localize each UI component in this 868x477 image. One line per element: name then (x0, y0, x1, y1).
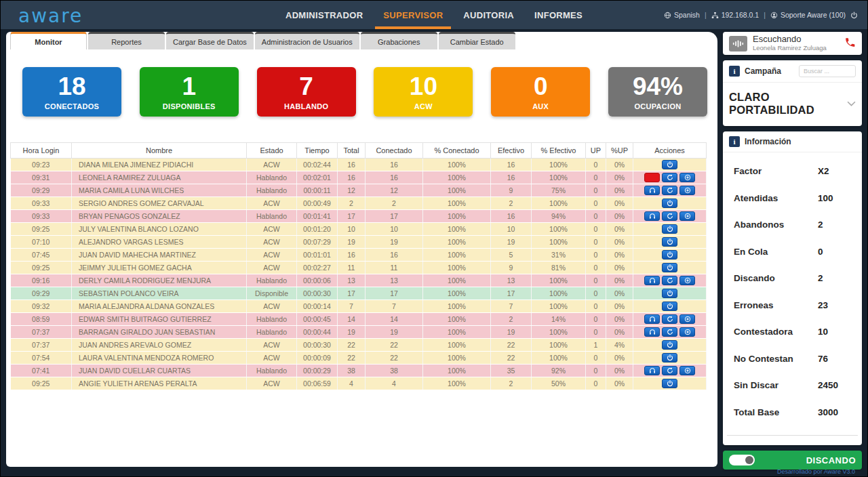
table-row: 07:41JUAN DAVID CUELLAR CUARTASHablando0… (11, 365, 707, 377)
column-header: Conectado (366, 143, 423, 159)
nav-item-administrador[interactable]: ADMINISTRADOR (285, 1, 363, 29)
table-row: 07:10ALEJANDRO VARGAS LESMESACW00:07:291… (11, 236, 707, 249)
tab-monitor[interactable]: Monitor (10, 32, 87, 49)
table-row: 09:23DIANA MILENA JIMENEZ PIDIACHIACW00:… (11, 159, 707, 171)
tab-grabaciones[interactable]: Grabaciones (361, 32, 437, 49)
cell-total: 22 (338, 352, 366, 365)
plus-button[interactable] (679, 314, 695, 324)
power-button[interactable] (662, 289, 677, 298)
cell-pct-conectado: 100% (423, 159, 491, 171)
hangup-button[interactable] (844, 37, 856, 51)
cell-acciones (633, 326, 707, 339)
stat-label: Contestadora (734, 327, 818, 337)
cell-nombre: JUAN DAVID CUELLAR CUARTAS (72, 365, 247, 377)
cell-hora-login: 07:54 (11, 352, 72, 365)
stop-button[interactable] (644, 173, 660, 182)
tab-administracion-de-usuarios[interactable]: Administracion de Usuarios (255, 32, 359, 49)
cell-pct-conectado: 100% (423, 313, 491, 326)
plus-button[interactable] (679, 366, 695, 375)
table-row: 09:32MARIA ALEJANDRA ALDANA GONZALESACW0… (11, 300, 707, 313)
power-button[interactable] (662, 379, 677, 388)
table-row: 09:29SEBASTIAN POLANCO VEIRADisponible00… (11, 287, 707, 300)
stat-card-acw: 10ACW (374, 67, 473, 117)
refresh-button[interactable] (662, 276, 677, 285)
campaign-selector[interactable]: CLARO PORTABILIDAD (723, 83, 862, 126)
nav-item-supervisor[interactable]: SUPERVISOR (383, 1, 443, 29)
language-selector[interactable]: Spanish (664, 11, 700, 19)
refresh-button[interactable] (662, 327, 677, 337)
table-row: 09:33BRYAN PENAGOS GONZALEZHablando00:01… (11, 210, 707, 223)
cell-pct-up: 0% (606, 377, 633, 390)
cell-estado: Hablando (247, 210, 297, 223)
cell-hora-login: 09:29 (11, 184, 72, 197)
info-stat-no-contestan: No Contestan76 (734, 354, 851, 364)
plus-button[interactable] (679, 186, 695, 195)
cell-up: 0 (586, 300, 606, 313)
cell-up: 0 (586, 274, 606, 287)
power-button[interactable] (662, 250, 677, 260)
refresh-button[interactable] (662, 173, 677, 182)
cell-nombre: SEBASTIAN POLANCO VEIRA (72, 287, 247, 300)
cell-estado: Hablando (247, 184, 297, 197)
support-user[interactable]: Soporte Aware (100) (770, 11, 846, 19)
cell-estado: ACW (247, 236, 297, 249)
plus-button[interactable] (679, 211, 695, 221)
cell-conectado: 12 (366, 184, 423, 197)
tab-reportes[interactable]: Reportes (88, 32, 165, 49)
cell-nombre: JUAN DAVID MAHECHA MARTINEZ (72, 249, 247, 262)
power-button[interactable] (662, 340, 677, 350)
cell-efectivo: 9 (491, 262, 532, 274)
refresh-button[interactable] (662, 186, 677, 195)
cell-conectado: 16 (366, 171, 423, 184)
plus-button[interactable] (679, 327, 695, 337)
refresh-button[interactable] (662, 366, 677, 375)
cell-efectivo: 22 (491, 339, 532, 352)
stat-card-ocupacion: 94%OCUPACION (608, 67, 707, 117)
cell-up: 0 (586, 171, 606, 184)
power-button[interactable] (662, 160, 677, 169)
table-row: 07:45JUAN DAVID MAHECHA MARTINEZACW00:01… (11, 249, 707, 262)
tab-cargar-base-de-datos[interactable]: Cargar Base de Datos (166, 32, 254, 49)
cell-hora-login: 09:33 (11, 197, 72, 210)
cell-pct-conectado: 100% (423, 365, 491, 377)
nav-item-informes[interactable]: INFORMES (534, 1, 583, 29)
stat-label: Erroneas (734, 300, 818, 310)
headphones-button[interactable] (644, 314, 660, 324)
nav-item-auditoria[interactable]: AUDITORIA (463, 1, 514, 29)
cell-up: 0 (586, 159, 606, 171)
table-row: 09:25ANGIE YULIETH ARENAS PERALTAACW00:0… (11, 377, 707, 390)
campaign-search-input[interactable] (799, 65, 856, 77)
credit-text: Desarrollado por Aware V3.0 (777, 468, 855, 475)
headphones-button[interactable] (644, 186, 660, 195)
power-button[interactable] (662, 199, 677, 208)
cell-nombre: JULY VALENTINA BLANCO LOZANO (72, 223, 247, 236)
power-button[interactable] (662, 224, 677, 234)
stat-card-aux: 0AUX (491, 67, 590, 117)
stat-value: 10 (410, 74, 437, 99)
cell-total: 14 (338, 313, 366, 326)
cell-efectivo: 7 (491, 300, 532, 313)
plus-button[interactable] (679, 276, 695, 285)
headphones-button[interactable] (644, 211, 660, 221)
dialer-toggle[interactable] (729, 455, 755, 465)
cell-pct-up: 0% (606, 249, 633, 262)
cell-up: 1 (586, 339, 606, 352)
logout-button[interactable] (850, 12, 858, 19)
plus-button[interactable] (679, 173, 695, 182)
cell-up: 0 (586, 249, 606, 262)
cell-estado: ACW (247, 262, 297, 274)
power-button[interactable] (662, 353, 677, 362)
power-button[interactable] (662, 263, 677, 272)
headphones-button[interactable] (644, 276, 660, 285)
power-button[interactable] (662, 237, 677, 247)
refresh-button[interactable] (662, 314, 677, 324)
campaign-name: CLARO PORTABILIDAD (729, 91, 847, 117)
headphones-button[interactable] (644, 366, 660, 375)
tab-cambiar-estado[interactable]: Cambiar Estado (439, 32, 515, 49)
info-stat-total-base: Total Base3000 (734, 407, 851, 417)
refresh-button[interactable] (662, 211, 677, 221)
power-button[interactable] (662, 302, 677, 311)
headphones-button[interactable] (644, 327, 660, 337)
cell-acciones (633, 287, 707, 300)
cell-pct-efectivo: 31% (532, 249, 586, 262)
